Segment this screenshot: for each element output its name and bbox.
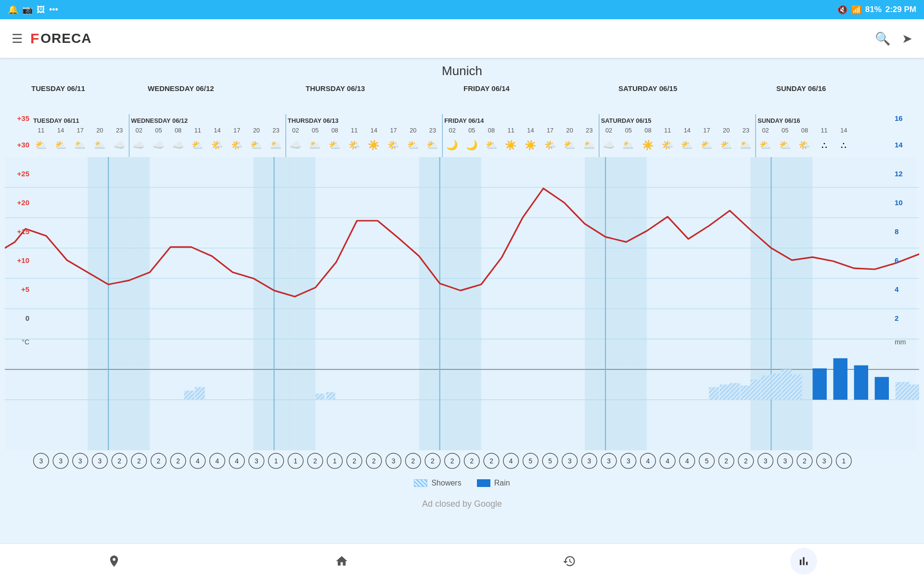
day-friday: FRIDAY 06/14: [463, 84, 510, 92]
svg-text:2: 2: [803, 457, 807, 465]
svg-text:11: 11: [194, 127, 201, 134]
search-icon[interactable]: 🔍: [875, 31, 890, 46]
svg-text:3: 3: [78, 457, 82, 465]
svg-rect-98: [26, 157, 46, 450]
svg-rect-100: [67, 157, 88, 450]
svg-rect-97: [5, 157, 26, 450]
svg-rect-170: [719, 384, 730, 399]
ad-closed-text: Ad closed by Google: [5, 491, 919, 513]
svg-text:⛅: ⛅: [759, 139, 771, 151]
svg-rect-112: [316, 157, 336, 450]
svg-text:11: 11: [351, 127, 358, 134]
svg-text:3: 3: [764, 457, 768, 465]
svg-text:🌥️: 🌥️: [583, 139, 595, 151]
svg-text:3: 3: [822, 457, 826, 465]
city-name: Munich: [0, 58, 924, 80]
svg-text:3: 3: [392, 457, 396, 465]
svg-rect-105: [170, 157, 191, 450]
svg-rect-111: [295, 157, 316, 450]
svg-rect-168: [906, 384, 919, 399]
svg-rect-116: [398, 157, 419, 450]
svg-text:⛅: ⛅: [720, 139, 732, 151]
svg-text:TUESDAY 06/11: TUESDAY 06/11: [33, 117, 79, 124]
svg-rect-157: [326, 392, 335, 400]
svg-rect-132: [730, 157, 750, 450]
svg-text:17: 17: [77, 127, 84, 134]
svg-text:4: 4: [196, 457, 200, 465]
svg-text:11: 11: [821, 127, 827, 134]
svg-text:🌥️: 🌥️: [74, 139, 86, 151]
svg-rect-131: [709, 157, 730, 450]
svg-rect-120: [481, 157, 502, 450]
svg-text:⛅: ⛅: [426, 139, 438, 151]
app-bar-left: ☰ F ORECA: [12, 30, 91, 47]
notification-icon: 🔔: [8, 4, 18, 15]
svg-text:20: 20: [723, 127, 730, 134]
svg-rect-126: [605, 157, 626, 450]
showers-icon: [414, 479, 427, 487]
svg-text:20: 20: [253, 127, 260, 134]
svg-text:2: 2: [137, 457, 141, 465]
day-tuesday: TUESDAY 06/11: [31, 84, 85, 92]
main-content: Munich TUESDAY 06/11 WEDNESDAY 06/12 THU…: [0, 58, 924, 543]
nav-chart[interactable]: [790, 548, 817, 575]
legend-rain: Rain: [477, 479, 510, 487]
svg-text:☁️: ☁️: [133, 139, 145, 151]
svg-text:05: 05: [312, 127, 319, 134]
svg-text:17: 17: [233, 127, 240, 134]
svg-rect-154: [184, 391, 194, 400]
svg-text:17: 17: [547, 127, 553, 134]
day-thursday: THURSDAY 06/13: [306, 84, 365, 92]
svg-text:2: 2: [450, 457, 454, 465]
mute-icon: 🔇: [837, 5, 847, 15]
svg-text:08: 08: [488, 127, 495, 134]
svg-text:5: 5: [705, 457, 709, 465]
svg-text:🌤️: 🌤️: [387, 139, 399, 151]
menu-button[interactable]: ☰: [12, 31, 23, 46]
wifi-icon: 📶: [851, 5, 861, 15]
location-icon[interactable]: ➤: [902, 31, 912, 46]
svg-rect-166: [875, 377, 889, 400]
svg-text:🌥️: 🌥️: [309, 139, 321, 151]
svg-text:4: 4: [509, 457, 513, 465]
svg-text:05: 05: [782, 127, 788, 134]
showers-label: Showers: [431, 479, 461, 487]
svg-text:08: 08: [331, 127, 338, 134]
nav-location[interactable]: [107, 554, 121, 568]
svg-text:4: 4: [666, 457, 669, 465]
svg-text:05: 05: [468, 127, 475, 134]
image-icon: 🖼: [37, 5, 45, 15]
svg-text:3: 3: [783, 457, 787, 465]
svg-text:1: 1: [274, 457, 278, 465]
nav-home[interactable]: [335, 554, 348, 568]
screenshot-icon: 📷: [22, 4, 33, 15]
svg-text:🌤️: 🌤️: [348, 139, 360, 151]
svg-text:⛅: ⛅: [250, 139, 262, 151]
svg-rect-118: [440, 157, 461, 450]
bottom-nav: [0, 543, 924, 578]
day-sunday: SUNDAY 06/16: [776, 84, 826, 92]
svg-rect-140: [896, 157, 916, 450]
svg-text:02: 02: [136, 127, 142, 134]
svg-text:🌤️: 🌤️: [798, 139, 810, 151]
svg-text:🌤️: 🌤️: [544, 139, 556, 151]
svg-text:3: 3: [98, 457, 102, 465]
svg-text:2: 2: [431, 457, 435, 465]
svg-text:🌥️: 🌥️: [94, 139, 106, 151]
svg-text:2: 2: [352, 457, 356, 465]
svg-text:20: 20: [410, 127, 416, 134]
nav-history[interactable]: [563, 554, 576, 568]
legend-showers: Showers: [414, 479, 461, 487]
svg-text:4: 4: [646, 457, 650, 465]
svg-text:⛅: ⛅: [564, 139, 576, 151]
svg-text:20: 20: [566, 127, 573, 134]
svg-rect-136: [813, 157, 834, 450]
svg-text:14: 14: [371, 127, 377, 134]
svg-rect-162: [792, 374, 802, 399]
svg-text:⛅: ⛅: [35, 139, 47, 151]
svg-text:05: 05: [155, 127, 162, 134]
svg-text:02: 02: [449, 127, 456, 134]
svg-text:⛅: ⛅: [486, 139, 498, 151]
svg-text:08: 08: [801, 127, 808, 134]
svg-text:🌙: 🌙: [466, 139, 478, 151]
